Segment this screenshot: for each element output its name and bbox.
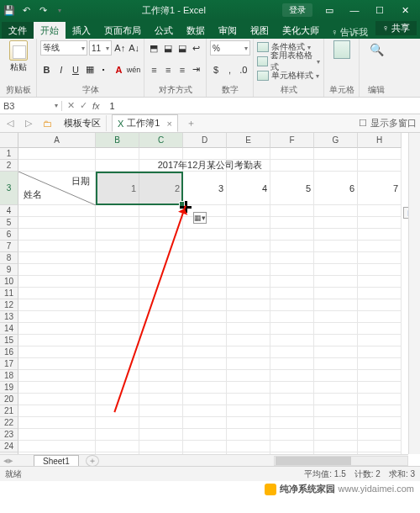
cell[interactable] [358,323,402,335]
cell[interactable] [358,394,402,405]
cell[interactable] [96,288,139,299]
cell[interactable] [96,148,139,160]
cell[interactable] [358,148,402,160]
cell[interactable] [96,311,139,323]
cell[interactable] [183,299,227,311]
cell[interactable] [314,311,358,323]
col-header-D[interactable]: D [183,133,227,148]
cell[interactable] [139,299,183,311]
cell[interactable] [270,323,314,335]
cell[interactable] [358,288,402,299]
sheet-nav-next-icon[interactable]: ▸ [8,455,13,466]
cell[interactable] [227,276,270,288]
row-header-9[interactable]: 9 [0,264,18,276]
column-headers[interactable]: ABCDEFGH [18,133,402,148]
close-icon[interactable]: ✕ [393,2,417,19]
col-header-E[interactable]: E [227,133,270,148]
cell[interactable]: 3 [183,172,227,205]
undo-icon[interactable]: ↶ [20,4,32,16]
cell[interactable] [183,323,227,335]
decrease-font-icon[interactable]: A↓ [128,41,140,55]
cell[interactable] [96,205,139,217]
add-sheet-button[interactable]: ＋ [86,455,99,467]
cell[interactable] [96,370,139,382]
cell[interactable] [270,148,314,160]
format-as-table-button[interactable]: 套用表格格式 ▾ [257,55,320,68]
row-header-12[interactable]: 12 [0,299,18,311]
cell[interactable] [96,358,139,370]
cell[interactable] [139,205,183,217]
cell[interactable] [358,429,402,441]
cell[interactable] [314,148,358,160]
cell[interactable] [96,299,139,311]
font-size-combo[interactable]: 11▾ [89,40,112,56]
cell[interactable] [227,417,270,429]
cell[interactable] [358,252,402,264]
cell[interactable] [270,417,314,429]
cell[interactable] [227,382,270,394]
maximize-icon[interactable]: ☐ [368,2,391,19]
align-center-icon[interactable]: ≡ [162,63,175,77]
row-header-2[interactable]: 2 [0,160,18,172]
cell[interactable] [227,358,270,370]
cell[interactable] [96,382,139,394]
row-header-16[interactable]: 16 [0,346,18,358]
cell[interactable] [183,394,227,405]
cell[interactable] [270,241,314,252]
cell[interactable] [96,252,139,264]
increase-font-icon[interactable]: A↑ [113,41,126,55]
cell[interactable] [139,311,183,323]
align-left-icon[interactable]: ≡ [148,63,160,77]
row-header-14[interactable]: 14 [0,323,18,335]
cell[interactable] [270,394,314,405]
row-header-17[interactable]: 17 [0,358,18,370]
row-header-23[interactable]: 23 [0,429,18,441]
cell[interactable]: 日期姓名 [18,172,96,205]
cell[interactable] [314,358,358,370]
workbook-tab[interactable]: X工作簿1× [112,114,178,132]
cell[interactable] [227,429,270,441]
cell[interactable] [227,229,270,241]
cell[interactable] [227,370,270,382]
name-box[interactable]: B3▾ [0,101,62,111]
cell[interactable] [139,382,183,394]
row-header-18[interactable]: 18 [0,370,18,382]
vertical-scrollbar[interactable] [408,133,420,454]
tab-home[interactable]: 开始 [34,22,66,39]
row-header-4[interactable]: 4 [0,205,18,217]
row-header-6[interactable]: 6 [0,229,18,241]
cell[interactable] [183,148,227,160]
align-top-icon[interactable]: ⬒ [148,41,160,55]
cell[interactable] [314,264,358,276]
cell[interactable] [227,288,270,299]
cell[interactable] [18,394,96,405]
cell[interactable] [183,429,227,441]
cell[interactable] [358,311,402,323]
tab-layout[interactable]: 页面布局 [97,22,148,39]
cell[interactable] [139,441,183,452]
row-header-24[interactable]: 24 [0,441,18,452]
cell[interactable] [139,241,183,252]
cell[interactable] [96,441,139,452]
cell[interactable] [314,382,358,394]
cell[interactable] [227,335,270,346]
cell[interactable] [314,252,358,264]
cell[interactable] [139,288,183,299]
cells-icon[interactable] [333,40,350,59]
tab-insert[interactable]: 插入 [66,22,97,39]
multi-window-icon[interactable]: ☐ [359,118,367,129]
cell[interactable] [358,264,402,276]
cell[interactable] [139,429,183,441]
cell[interactable] [18,241,96,252]
col-header-B[interactable]: B [96,133,139,148]
tell-me[interactable]: ♀ 告诉我 [331,26,368,39]
cell[interactable] [227,311,270,323]
align-middle-icon[interactable]: ⬓ [162,41,175,55]
save-icon[interactable]: 💾 [3,4,15,16]
autofill-options-button[interactable]: ▦▾ [193,212,207,224]
cell[interactable] [96,335,139,346]
cell[interactable] [227,405,270,417]
fill-color-button[interactable]: 🞍 [98,63,111,77]
nav-fwd-icon[interactable]: ▷ [22,117,35,130]
cell[interactable] [270,276,314,288]
